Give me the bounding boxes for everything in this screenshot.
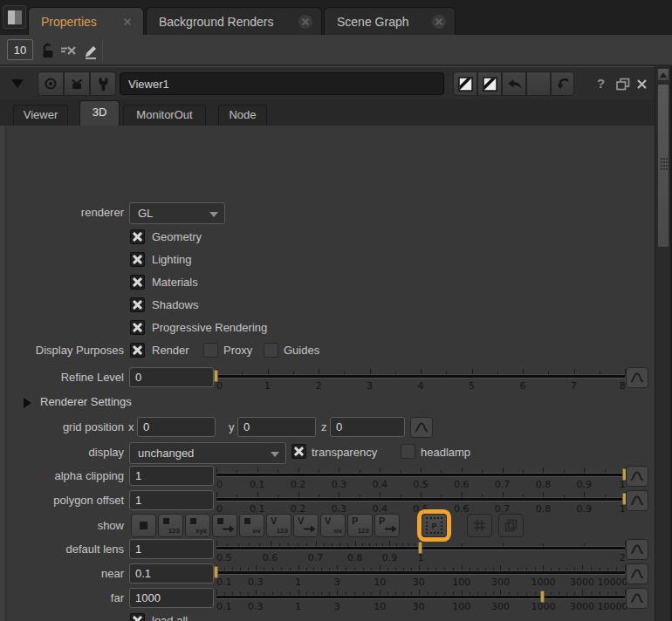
grid-y-input[interactable] (237, 417, 316, 437)
guides-checkbox[interactable] (264, 343, 278, 358)
pane-menu-button[interactable] (3, 5, 26, 29)
alpha-clipping-animation-button[interactable] (626, 466, 648, 487)
polygon-offset-animation-button[interactable] (626, 490, 648, 511)
scroll-up-button[interactable] (657, 68, 669, 81)
tab-node[interactable]: Node (218, 105, 267, 126)
slider-minor-tick (402, 543, 403, 546)
display-dropdown[interactable]: unchanged (129, 442, 286, 464)
near-slider[interactable]: 0.10.31310301003001000300010000 (216, 563, 625, 588)
show-point-normals-button[interactable] (212, 514, 237, 537)
collapse-panel-icon[interactable] (11, 79, 24, 88)
overlapping-squares-icon (504, 519, 518, 532)
slider-track[interactable] (216, 374, 625, 379)
slider-tick-label: 1 (295, 601, 301, 612)
default-lens-input[interactable] (129, 539, 214, 559)
tab-viewer[interactable]: Viewer (13, 105, 68, 126)
node-name-field[interactable] (120, 72, 444, 95)
edit-pencil-icon[interactable] (80, 41, 99, 60)
near-input[interactable] (129, 563, 214, 583)
show-vertex-normals-button[interactable]: V (293, 514, 319, 537)
show-point-values-button[interactable]: 123 (158, 514, 183, 537)
show-points-button[interactable] (131, 514, 156, 537)
node-settings-button[interactable] (90, 72, 116, 96)
letter-glyph: P (352, 515, 358, 526)
max-panels-input[interactable] (7, 39, 33, 60)
default-lens-animation-button[interactable] (626, 539, 648, 560)
renderer-dropdown[interactable]: GL (129, 202, 225, 224)
show-point-xyz-button[interactable]: xyz (185, 514, 210, 537)
default-lens-slider[interactable]: 0.50.60.70.80.912 (216, 539, 625, 563)
close-tab-icon[interactable] (120, 15, 134, 29)
renderer-settings-header[interactable]: Renderer Settings (40, 395, 132, 408)
revert-button[interactable] (551, 72, 574, 96)
center-viewer-button[interactable] (38, 72, 64, 96)
slider-handle[interactable] (214, 370, 218, 382)
show-vertex-values-button[interactable]: V123 (266, 514, 291, 537)
polygon-offset-slider[interactable]: 00.10.20.30.40.50.60.70.80.91 (216, 490, 625, 515)
tab-properties[interactable]: Properties (28, 7, 144, 35)
channels-a-button[interactable] (453, 72, 477, 96)
undo-button[interactable] (502, 72, 526, 96)
show-label: show (0, 519, 124, 532)
alpha-clipping-input[interactable] (129, 466, 214, 486)
help-button[interactable]: ? (597, 76, 605, 91)
close-tab-icon[interactable] (298, 15, 312, 29)
headlamp-checkbox[interactable] (401, 444, 415, 459)
polygon-offset-input[interactable] (129, 490, 214, 510)
load-all-checkbox[interactable] (130, 613, 145, 621)
slider-track[interactable] (216, 570, 625, 575)
render-checkbox[interactable] (130, 343, 145, 358)
show-point-uvs-button[interactable]: uv (239, 514, 264, 537)
close-tab-icon[interactable] (432, 15, 446, 29)
far-slider[interactable]: 0.10.31310301003001000300010000 (216, 588, 625, 612)
float-panel-button[interactable] (616, 78, 630, 91)
show-poly-normals-button[interactable]: P (374, 514, 400, 537)
tab-3d[interactable]: 3D (79, 100, 120, 126)
slider-handle[interactable] (214, 566, 218, 578)
diagonal-split-square-icon (458, 77, 473, 92)
arrow-icon (385, 525, 397, 533)
shadows-checkbox[interactable] (130, 297, 145, 312)
materials-checkbox[interactable] (130, 275, 145, 290)
show-poly-values-button[interactable]: P123 (347, 514, 373, 537)
slider-track[interactable] (216, 497, 625, 502)
slider-minor-tick (408, 543, 409, 546)
tab-monitorout[interactable]: MonitorOut (123, 105, 206, 126)
grid-z-input[interactable] (330, 417, 405, 437)
slider-handle[interactable] (540, 590, 545, 603)
grid-x-input[interactable] (137, 417, 216, 437)
lock-icon[interactable] (38, 41, 58, 60)
show-vertex-uvs-button[interactable]: Vuv (320, 514, 346, 537)
lighting-checkbox[interactable] (130, 252, 145, 267)
slider-track[interactable] (216, 595, 625, 599)
slider-track[interactable] (216, 473, 625, 477)
vertical-scrollbar[interactable] (655, 66, 670, 621)
show-poly-annotations-button[interactable]: P (422, 514, 447, 537)
slider-minor-tick (503, 543, 504, 546)
transparency-checkbox[interactable] (291, 444, 306, 459)
refine-level-slider[interactable]: 012345678 (216, 367, 625, 392)
proxy-checkbox[interactable] (203, 343, 218, 358)
tab-background-renders[interactable]: Background Renders (146, 7, 322, 35)
near-animation-button[interactable] (626, 563, 648, 584)
subscript-label: xyz (195, 527, 207, 535)
geometry-checkbox[interactable] (130, 229, 145, 244)
far-animation-button[interactable] (626, 588, 648, 609)
progressive-rendering-checkbox[interactable] (130, 320, 145, 335)
scrollbar-thumb[interactable] (657, 84, 669, 248)
far-input[interactable] (129, 588, 214, 608)
alpha-clipping-slider[interactable]: 00.10.20.30.40.50.60.70.80.91 (216, 466, 625, 490)
refine-level-input[interactable] (129, 367, 214, 387)
tab-scene-graph[interactable]: Scene Graph (324, 7, 456, 35)
show-wireframe-button[interactable] (467, 514, 492, 537)
redo-button[interactable] (526, 72, 551, 96)
refine-level-animation-button[interactable] (626, 367, 648, 388)
close-panel-button[interactable] (636, 78, 648, 90)
grid-position-animation-button[interactable] (410, 417, 433, 438)
channels-b-button[interactable] (477, 72, 502, 96)
close-all-panels-icon[interactable] (58, 41, 78, 60)
renderer-settings-expand-icon[interactable] (24, 398, 31, 408)
hide-input-button[interactable] (64, 72, 90, 96)
show-overlap-button[interactable] (498, 514, 524, 537)
slider-handle[interactable] (418, 542, 422, 554)
